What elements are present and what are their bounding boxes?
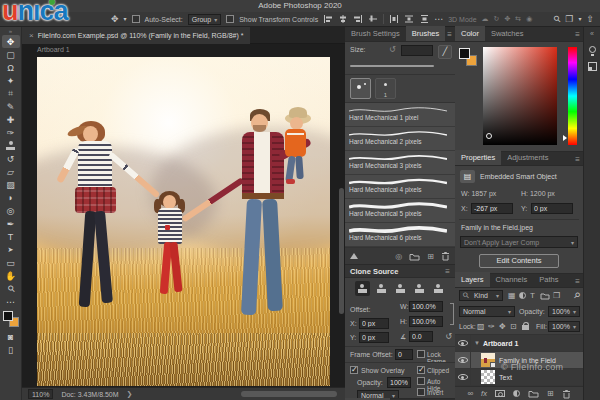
frame-offset-input[interactable] <box>395 349 413 360</box>
dodge-tool[interactable]: ◎ <box>2 204 20 217</box>
align-center-icon[interactable] <box>338 14 348 24</box>
auto-hide-checkbox[interactable] <box>417 377 425 385</box>
distribute-left-icon[interactable] <box>389 14 399 24</box>
brush-list-item[interactable]: Hard Mechanical 4 pixels <box>345 175 455 199</box>
document-tab[interactable]: × FileInfo.com Example.psd @ 110% (Famil… <box>22 27 250 44</box>
show-transform-checkbox[interactable] <box>226 15 234 23</box>
search-icon[interactable]: ⚲ <box>551 13 563 25</box>
panel-menu-icon[interactable]: ≡ <box>575 155 580 164</box>
tab-properties[interactable]: Properties <box>455 150 501 165</box>
clone-source-slot-4[interactable] <box>412 281 427 296</box>
type-tool[interactable]: T <box>2 230 20 243</box>
delete-layer-icon[interactable] <box>562 389 571 399</box>
quick-selection-tool[interactable]: ✦ <box>2 74 20 87</box>
fill-dropdown[interactable]: 100%▾ <box>548 321 580 332</box>
brush-reset-icon[interactable]: ↺ <box>389 45 396 54</box>
link-wh-icon[interactable] <box>450 303 454 325</box>
path-selection-tool[interactable]: ➤ <box>2 243 20 256</box>
brush-tool[interactable]: ✑ <box>2 126 20 139</box>
brush-stroke-preview-icon[interactable]: ◎ <box>395 252 402 261</box>
expand-chevron-icon[interactable]: ▼ <box>474 340 480 346</box>
screen-mode-icon[interactable]: ▯ <box>2 343 20 356</box>
link-layers-icon[interactable]: ∞ <box>467 389 473 398</box>
panel-menu-icon[interactable]: ≡ <box>447 30 452 39</box>
prop-x-input[interactable] <box>471 203 513 214</box>
hue-slider[interactable] <box>568 47 577 145</box>
lock-pixels-icon[interactable]: ✑ <box>488 322 495 331</box>
tab-adjustments[interactable]: Adjustments <box>501 150 554 165</box>
new-group-folder-icon[interactable] <box>409 252 420 261</box>
filter-image-icon[interactable]: ▦ <box>508 291 516 300</box>
brush-tip-thumbnail[interactable]: 1 <box>375 78 396 99</box>
invert-checkbox[interactable] <box>417 388 425 396</box>
tab-channels[interactable]: Channels <box>490 272 534 287</box>
color-swatches-widget[interactable] <box>3 311 19 327</box>
move-tool-icon[interactable]: ✥ <box>111 14 119 24</box>
layer-filter-kind-dropdown[interactable]: ⚲Kind▾ <box>459 290 503 301</box>
clone-stamp-tool[interactable] <box>2 139 20 152</box>
zoom-level-field[interactable]: 110% <box>28 389 53 399</box>
auto-select-dropdown[interactable]: Group▾ <box>188 14 221 25</box>
tab-brush-settings[interactable]: Brush Settings <box>345 26 406 41</box>
filter-shape-icon[interactable] <box>540 292 550 300</box>
adjustment-layer-icon[interactable] <box>513 390 520 397</box>
visibility-toggle[interactable] <box>455 335 471 351</box>
layer-comp-dropdown[interactable]: Don't Apply Layer Comp▾ <box>460 236 578 248</box>
distribute-center-icon[interactable] <box>404 14 414 24</box>
close-tab-icon[interactable]: × <box>29 31 34 40</box>
toolbar-collapse-icon[interactable]: » <box>9 28 12 35</box>
tab-paths[interactable]: Paths <box>533 272 564 287</box>
filter-adjustment-icon[interactable] <box>519 292 526 299</box>
clone-source-slot-2[interactable] <box>374 281 389 296</box>
gradient-tool[interactable]: ▨ <box>2 178 20 191</box>
brush-size-slider[interactable] <box>350 65 434 67</box>
brush-preview-toggle-icon[interactable]: ╱ <box>438 45 452 59</box>
status-chevron-icon[interactable]: ❯ <box>127 390 133 398</box>
lock-position-icon[interactable]: ✥ <box>499 322 506 331</box>
tab-brushes[interactable]: Brushes <box>406 26 446 41</box>
share-icon[interactable]: ⇧ <box>586 14 594 24</box>
edit-contents-button[interactable]: Edit Contents <box>479 254 559 268</box>
filter-type-icon[interactable]: T <box>530 291 535 300</box>
eyedropper-tool[interactable]: ✎ <box>2 100 20 113</box>
layer-row-artboard[interactable]: ▼ Artboard 1 <box>455 335 583 352</box>
visibility-toggle[interactable] <box>455 352 471 368</box>
crop-tool[interactable]: ⌗ <box>2 87 20 100</box>
clone-source-header[interactable]: Clone Source ≡ <box>345 264 455 278</box>
libraries-icon[interactable] <box>588 62 597 71</box>
clone-source-slot-5[interactable] <box>431 281 446 296</box>
clipped-checkbox[interactable] <box>417 366 425 374</box>
lock-artboard-icon[interactable]: ⊡ <box>510 322 517 331</box>
new-group-icon[interactable] <box>528 389 539 398</box>
reset-transform-icon[interactable]: ↺ <box>445 332 452 341</box>
new-brush-icon[interactable]: ⊞ <box>427 252 434 261</box>
color-picker-cursor[interactable] <box>486 133 492 139</box>
add-mask-icon[interactable] <box>495 390 505 397</box>
panel-menu-icon[interactable]: ≡ <box>445 267 450 276</box>
foreground-color-swatch[interactable] <box>3 311 13 321</box>
clone-source-slot-3[interactable] <box>393 281 408 296</box>
panel-menu-icon[interactable]: ≡ <box>575 277 580 286</box>
lock-all-icon[interactable] <box>522 325 529 330</box>
hue-slider-marker[interactable] <box>563 135 567 141</box>
canvas-vertical-scrollbar[interactable] <box>339 74 344 374</box>
show-overlay-checkbox[interactable] <box>350 366 358 374</box>
prop-y-input[interactable] <box>531 203 573 214</box>
eraser-tool[interactable]: ▱ <box>2 165 20 178</box>
history-brush-tool[interactable]: ↺ <box>2 152 20 165</box>
new-layer-icon[interactable]: ⊞ <box>547 389 554 398</box>
canvas-photo[interactable] <box>37 57 330 386</box>
lock-transparency-icon[interactable]: ▨ <box>477 322 485 331</box>
blend-mode-dropdown[interactable]: Normal▾ <box>459 306 515 317</box>
learn-lightbulb-icon[interactable] <box>589 46 596 53</box>
filter-pin-icon[interactable]: ⚲ <box>572 290 583 301</box>
distribute-right-icon[interactable] <box>419 14 429 24</box>
marquee-tool[interactable]: ▢ <box>2 48 20 61</box>
clone-h-input[interactable] <box>409 316 443 327</box>
delete-brush-icon[interactable] <box>441 251 450 261</box>
healing-brush-tool[interactable]: ✚ <box>2 113 20 126</box>
tab-swatches[interactable]: Swatches <box>485 26 530 41</box>
layer-thumbnail[interactable] <box>481 370 495 384</box>
layer-thumbnail[interactable] <box>481 353 495 367</box>
layer-style-icon[interactable]: fx <box>481 389 487 398</box>
